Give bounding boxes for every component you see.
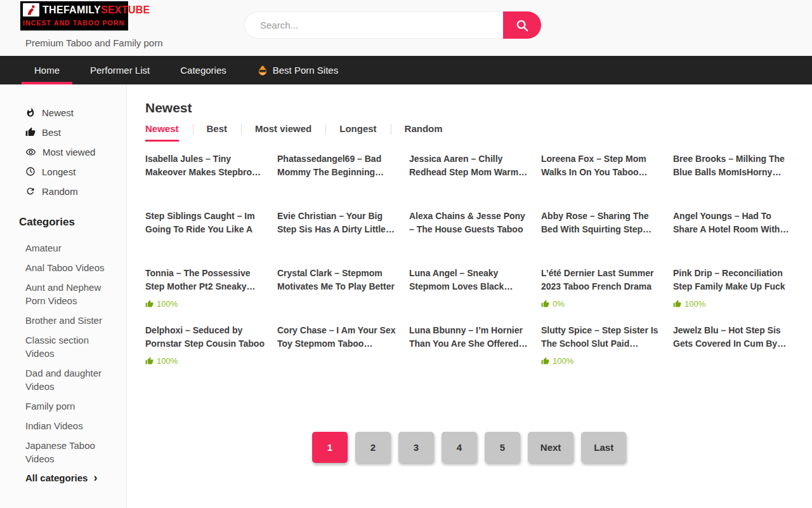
- nav-item-label: Home: [34, 65, 60, 76]
- video-title: Jewelz Blu – Hot Step Sis Gets Covered I…: [673, 324, 793, 351]
- video-title: Luna Angel – Sneaky Stepmom Loves Black …: [409, 267, 529, 293]
- video-card[interactable]: Isabella Jules – Tiny Makeover Makes Ste…: [145, 152, 265, 210]
- video-title: L’été Dernier Last Summer 2023 Taboo Fre…: [541, 267, 661, 293]
- nav-item-label: Categories: [180, 65, 226, 76]
- category-link-japanese-taboo-videos[interactable]: Japanese Taboo Videos: [25, 439, 109, 465]
- video-title: Step Siblings Caught – Im Going To Ride …: [145, 210, 265, 236]
- nav-item-best-porn-sites[interactable]: Best Porn Sites: [244, 56, 351, 84]
- nav-item-performer-list[interactable]: Performer List: [77, 56, 162, 84]
- tab-newest[interactable]: Newest: [145, 123, 193, 142]
- tab-label: Random: [405, 123, 443, 140]
- nav-item-home[interactable]: Home: [22, 56, 72, 84]
- video-title: Luna Bbunny – I’m Hornier Than You Are S…: [409, 324, 529, 351]
- eye-icon: [25, 147, 36, 157]
- video-card[interactable]: Tonnia – The Possessive Step Mother Pt2 …: [145, 267, 265, 324]
- video-card[interactable]: Slutty Spice – Step Sister Is The School…: [541, 324, 661, 381]
- pagination-button-5[interactable]: 5: [485, 432, 520, 463]
- video-card[interactable]: L’été Dernier Last Summer 2023 Taboo Fre…: [541, 267, 661, 324]
- sidebar-item-most-viewed[interactable]: Most viewed: [25, 146, 114, 157]
- sidebar-item-label: Random: [42, 186, 78, 197]
- tab-longest[interactable]: Longest: [325, 123, 390, 142]
- all-categories-link[interactable]: All categories ›: [25, 472, 114, 483]
- category-link-indian-videos[interactable]: Indian Videos: [25, 419, 109, 432]
- video-card[interactable]: Bree Brooks – Milking The Blue Balls Mom…: [673, 152, 793, 210]
- chevron-right-icon: ›: [93, 472, 97, 483]
- sidebar-item-random[interactable]: Random: [25, 185, 114, 197]
- fire-icon: [25, 107, 36, 117]
- video-card[interactable]: Alexa Chains & Jesse Pony – The House Gu…: [409, 210, 529, 267]
- site-logo[interactable]: THEFAMILYSEXTUBE INCEST AND TABOO PORN: [20, 1, 128, 30]
- tab-random[interactable]: Random: [391, 123, 457, 142]
- video-card[interactable]: Cory Chase – I Am Your Sex Toy Stepmom T…: [277, 324, 397, 381]
- video-title: Slutty Spice – Step Sister Is The School…: [541, 324, 661, 351]
- video-rating: 0%: [541, 299, 661, 309]
- sidebar-item-label: Longest: [42, 166, 75, 177]
- video-card[interactable]: Jewelz Blu – Hot Step Sis Gets Covered I…: [673, 324, 793, 381]
- main-nav: HomePerformer ListCategoriesBest Porn Si…: [0, 56, 812, 84]
- categories-heading: Categories: [19, 216, 114, 229]
- sidebar-item-label: Most viewed: [43, 147, 95, 157]
- pagination-button-next[interactable]: Next: [528, 432, 574, 463]
- search-icon: [515, 18, 529, 32]
- thumbs-up-icon: [541, 357, 549, 365]
- nav-item-label: Performer List: [90, 65, 150, 76]
- sidebar-item-label: Newest: [42, 107, 74, 118]
- video-card[interactable]: Crystal Clark – Stepmom Motivates Me To …: [277, 267, 397, 324]
- video-title: Crystal Clark – Stepmom Motivates Me To …: [277, 267, 397, 293]
- video-grid: Isabella Jules – Tiny Makeover Makes Ste…: [145, 152, 793, 381]
- search-button[interactable]: [503, 11, 541, 39]
- video-card[interactable]: Pink Drip – Reconciliation Step Family M…: [673, 267, 793, 324]
- video-card[interactable]: Abby Rose – Sharing The Bed With Squirti…: [541, 210, 661, 267]
- video-card[interactable]: Jessica Aaren – Chilly Redhead Step Mom …: [409, 152, 529, 210]
- video-card[interactable]: Step Siblings Caught – Im Going To Ride …: [145, 210, 265, 267]
- search-input[interactable]: [244, 11, 541, 39]
- video-card[interactable]: Phatassedangel69 – Bad Mommy The Beginni…: [277, 152, 397, 210]
- category-link-anal-taboo-videos[interactable]: Anal Taboo Videos: [25, 261, 109, 274]
- pagination-button-3[interactable]: 3: [398, 432, 434, 463]
- category-list: AmateurAnal Taboo VideosAunt and Nephew …: [25, 241, 114, 465]
- category-link-amateur[interactable]: Amateur: [25, 241, 109, 255]
- category-link-classic-section-videos[interactable]: Classic section Videos: [25, 333, 109, 360]
- pagination-button-last[interactable]: Last: [581, 432, 626, 463]
- sort-list: NewestBestMost viewedLongestRandom: [25, 107, 114, 197]
- tab-best[interactable]: Best: [193, 123, 242, 142]
- category-link-brother-and-sister[interactable]: Brother and Sister: [25, 314, 109, 327]
- video-card[interactable]: Luna Angel – Sneaky Stepmom Loves Black …: [409, 267, 529, 324]
- main-content: Newest NewestBestMost viewedLongestRando…: [127, 84, 812, 508]
- sidebar-item-best[interactable]: Best: [25, 126, 114, 138]
- video-title: Isabella Jules – Tiny Makeover Makes Ste…: [145, 152, 265, 179]
- tab-most-viewed[interactable]: Most viewed: [241, 123, 325, 142]
- video-title: Tonnia – The Possessive Step Mother Pt2 …: [145, 267, 265, 293]
- pagination-button-2[interactable]: 2: [355, 432, 391, 463]
- page-title: Newest: [145, 100, 793, 116]
- video-title: Loreena Fox – Step Mom Walks In On You T…: [541, 152, 661, 179]
- video-card[interactable]: Angel Youngs – Had To Share A Hotel Room…: [673, 210, 793, 267]
- content-layout: NewestBestMost viewedLongestRandom Categ…: [0, 84, 812, 508]
- tab-label: Best: [207, 123, 228, 140]
- video-title: Bree Brooks – Milking The Blue Balls Mom…: [673, 152, 793, 179]
- flame-face-icon: [257, 65, 268, 76]
- video-title: Angel Youngs – Had To Share A Hotel Room…: [673, 210, 793, 236]
- video-card[interactable]: Evie Christian – Your Big Step Sis Has A…: [277, 210, 397, 267]
- nav-item-categories[interactable]: Categories: [167, 56, 239, 84]
- video-card[interactable]: Delphoxi – Seduced by Pornstar Step Cous…: [145, 324, 265, 381]
- pagination-button-1[interactable]: 1: [312, 432, 348, 463]
- rating-value: 100%: [157, 299, 178, 309]
- sidebar-item-newest[interactable]: Newest: [25, 107, 114, 118]
- video-card[interactable]: Luna Bbunny – I’m Hornier Than You Are S…: [409, 324, 529, 381]
- site-tagline: Premium Taboo and Family porn: [25, 37, 163, 48]
- sidebar-item-longest[interactable]: Longest: [25, 166, 114, 177]
- category-link-dad-and-daughter-videos[interactable]: Dad and daughter Videos: [25, 366, 109, 393]
- thumbs-up-icon: [145, 357, 154, 365]
- category-link-aunt-and-nephew-porn-videos[interactable]: Aunt and Nephew Porn Videos: [25, 281, 109, 307]
- search-bar: [244, 11, 541, 39]
- nav-item-label: Best Porn Sites: [273, 65, 338, 76]
- category-link-family-porn[interactable]: Family porn: [25, 399, 109, 413]
- video-card[interactable]: Loreena Fox – Step Mom Walks In On You T…: [541, 152, 661, 210]
- video-rating: 100%: [541, 356, 661, 366]
- logo-figure-icon: [23, 3, 39, 17]
- video-rating: 100%: [145, 299, 265, 309]
- clock-icon: [25, 166, 36, 177]
- rating-value: 0%: [553, 299, 565, 309]
- pagination-button-4[interactable]: 4: [442, 432, 477, 463]
